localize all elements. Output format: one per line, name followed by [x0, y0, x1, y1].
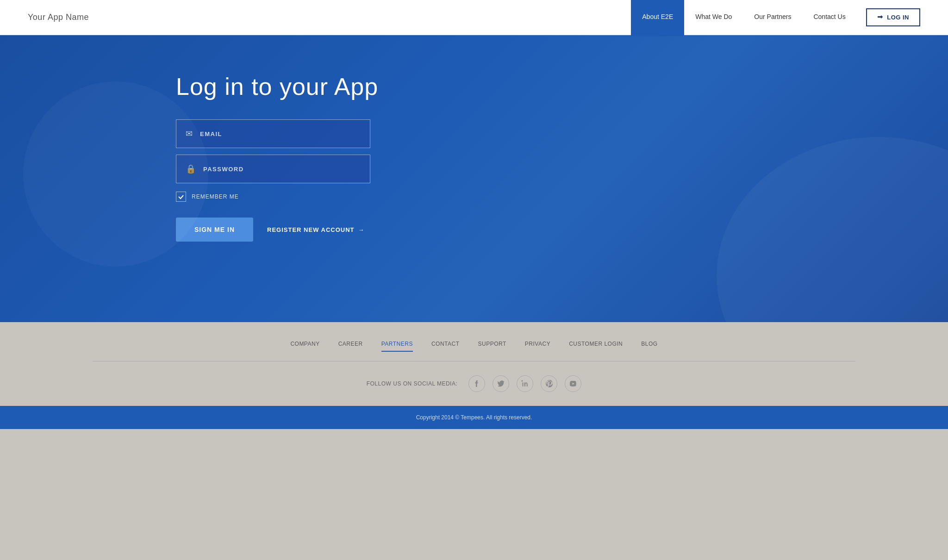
sign-in-button[interactable]: SIGN ME IN: [176, 218, 253, 242]
footer-nav-career[interactable]: CAREER: [338, 341, 363, 352]
linkedin-icon[interactable]: [517, 375, 533, 392]
copyright-text: Copyright 2014 © Tempees. All rights res…: [416, 414, 532, 421]
twitter-icon[interactable]: [493, 375, 509, 392]
email-icon: ✉: [186, 129, 193, 139]
arrow-right-icon: →: [358, 226, 365, 233]
remember-checkbox[interactable]: [176, 192, 186, 202]
remember-label: REMEMBER ME: [192, 193, 239, 200]
lock-icon: 🔒: [186, 164, 196, 174]
footer-nav-company[interactable]: COMPANY: [290, 341, 319, 352]
facebook-icon[interactable]: [468, 375, 485, 392]
header-login-button[interactable]: ⮕ LOG IN: [866, 8, 920, 26]
footer-bottom: Copyright 2014 © Tempees. All rights res…: [0, 406, 948, 429]
form-actions: SIGN ME IN REGISTER NEW ACCOUNT →: [176, 218, 370, 242]
login-button-label: LOG IN: [887, 14, 909, 21]
youtube-icon[interactable]: [565, 375, 581, 392]
nav-item-about[interactable]: About E2E: [631, 0, 684, 36]
login-form: ✉ 🔒 REMEMBER ME SIGN ME IN REGISTER NEW …: [176, 119, 370, 242]
password-input[interactable]: [203, 166, 361, 173]
footer-nav-contact[interactable]: CONTACT: [431, 341, 460, 352]
app-logo: Your App Name: [28, 12, 89, 22]
email-input[interactable]: [200, 131, 361, 137]
footer-nav-support[interactable]: SUPPORT: [478, 341, 506, 352]
footer-nav: COMPANY CAREER PARTNERS CONTACT SUPPORT …: [93, 341, 855, 361]
remember-row: REMEMBER ME: [176, 192, 370, 202]
register-link[interactable]: REGISTER NEW ACCOUNT →: [267, 226, 365, 233]
password-field-wrapper: 🔒: [176, 155, 370, 183]
email-field-wrapper: ✉: [176, 119, 370, 148]
page-title: Log in to your App: [176, 72, 378, 101]
register-link-label: REGISTER NEW ACCOUNT: [267, 226, 355, 233]
checkbox-check-icon: [178, 193, 184, 200]
footer-nav-privacy[interactable]: PRIVACY: [525, 341, 550, 352]
footer-nav-blog[interactable]: BLOG: [641, 341, 657, 352]
pinterest-icon[interactable]: [541, 375, 557, 392]
main-content: Log in to your App ✉ 🔒 REMEMBER ME SIGN …: [0, 35, 948, 322]
header: Your App Name About E2E What We Do Our P…: [0, 0, 948, 35]
login-icon: ⮕: [877, 14, 884, 21]
nav-item-partners[interactable]: Our Partners: [743, 0, 802, 35]
nav-item-what[interactable]: What We Do: [684, 0, 743, 35]
social-label: FOLLOW US ON SOCIAL MEDIA:: [367, 380, 458, 387]
footer-nav-customer-login[interactable]: CUSTOMER LOGIN: [569, 341, 623, 352]
nav-item-contact[interactable]: Contact Us: [802, 0, 856, 35]
footer-nav-partners[interactable]: PARTNERS: [381, 341, 413, 352]
social-section: FOLLOW US ON SOCIAL MEDIA:: [0, 361, 948, 406]
footer: COMPANY CAREER PARTNERS CONTACT SUPPORT …: [0, 322, 948, 429]
main-nav: About E2E What We Do Our Partners Contac…: [631, 0, 920, 36]
